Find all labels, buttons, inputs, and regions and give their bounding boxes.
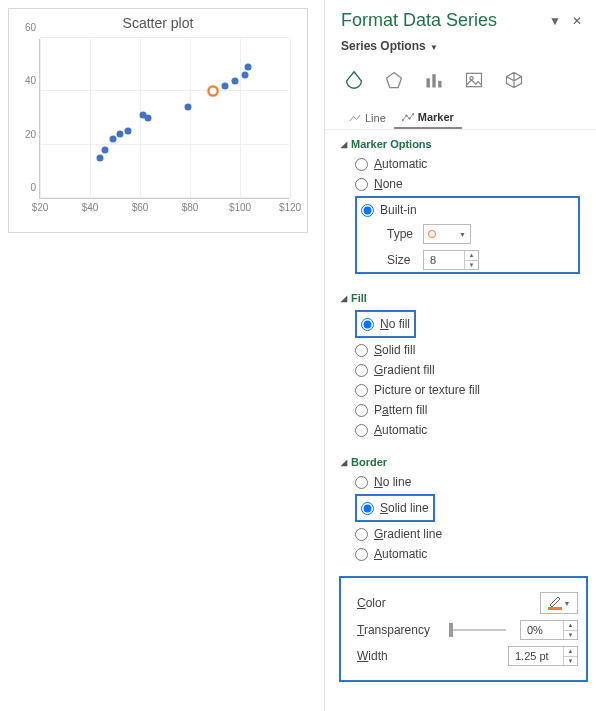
svg-rect-1 [427,78,430,87]
border-header[interactable]: ◢Border [341,456,580,468]
circle-marker-icon [428,230,436,238]
chart-data-point[interactable] [144,115,151,122]
builtin-highlight-box: Built-in Type ▼ Size 8▲▼ [355,196,580,274]
chart-data-point[interactable] [102,147,109,154]
marker-size-spinner[interactable]: 8▲▼ [423,250,479,270]
chart-title: Scatter plot [9,9,307,33]
chart-data-point[interactable] [207,86,218,97]
marker-type-dropdown[interactable]: ▼ [423,224,471,244]
chart-data-point[interactable] [222,83,229,90]
width-spinner[interactable]: 1.25 pt▲▼ [508,646,578,666]
chart-data-point[interactable] [244,64,251,71]
fill-picture-radio[interactable]: Picture or texture fill [355,380,580,400]
format-data-series-panel: Format Data Series ▼ ✕ Series Options ▼ … [324,0,596,711]
series-options-icon[interactable] [421,67,447,93]
svg-rect-3 [438,81,441,88]
marker-automatic-radio[interactable]: Automatic [355,154,580,174]
fill-pattern-radio[interactable]: Pattern fill [355,400,580,420]
chart-data-point[interactable] [109,136,116,143]
pen-icon [548,596,562,610]
svg-marker-0 [387,73,402,88]
chart-data-point[interactable] [97,155,104,162]
fill-gradient-radio[interactable]: Gradient fill [355,360,580,380]
chart-data-point[interactable] [232,77,239,84]
panel-header: Format Data Series ▼ ✕ [325,0,596,37]
chart-plot-area[interactable]: 0204060$20$40$60$80$100$120 [39,39,289,199]
cube-icon[interactable] [501,67,527,93]
transparency-spinner[interactable]: 0%▲▼ [520,620,578,640]
marker-type-label: Type [387,227,423,241]
chart-container[interactable]: Scatter plot 0204060$20$40$60$80$100$120 [8,8,308,233]
svg-rect-2 [432,74,435,87]
marker-builtin-radio[interactable]: Built-in [361,200,574,220]
picture-icon[interactable] [461,67,487,93]
chart-data-point[interactable] [184,104,191,111]
svg-rect-4 [467,73,482,86]
solid-line-highlight-box: Solid line [355,494,435,522]
svg-point-7 [405,114,407,116]
line-properties-highlight-box: Color ▼ Transparency 0%▲▼ Width 1.25 pt▲… [339,576,588,682]
fill-automatic-radio[interactable]: Automatic [355,420,580,440]
format-category-icons [325,61,596,103]
marker-none-radio[interactable]: None [355,174,580,194]
tab-line[interactable]: Line [341,107,394,129]
line-marker-tabs: Line Marker [325,103,596,130]
transparency-label: Transparency [357,623,437,637]
svg-point-8 [408,117,410,119]
series-options-dropdown[interactable]: Series Options ▼ [325,37,596,61]
fill-no-fill-radio[interactable]: No fill [361,314,410,334]
no-fill-highlight-box: No fill [355,310,416,338]
effects-icon[interactable] [381,67,407,93]
width-label: Width [357,649,437,663]
color-label: Color [357,596,437,610]
border-automatic-radio[interactable]: Automatic [355,544,580,564]
fill-line-icon[interactable] [341,67,367,93]
fill-solid-radio[interactable]: Solid fill [355,340,580,360]
panel-title: Format Data Series [341,10,540,31]
chart-data-point[interactable] [242,72,249,79]
marker-size-label: Size [387,253,423,267]
color-picker-button[interactable]: ▼ [540,592,578,614]
marker-options-header[interactable]: ◢Marker Options [341,138,580,150]
panel-dropdown-icon[interactable]: ▼ [548,14,562,28]
border-no-line-radio[interactable]: No line [355,472,580,492]
border-solid-line-radio[interactable]: Solid line [361,498,429,518]
transparency-slider[interactable] [451,629,506,631]
panel-close-icon[interactable]: ✕ [570,14,584,28]
fill-header[interactable]: ◢Fill [341,292,580,304]
chart-data-point[interactable] [117,131,124,138]
tab-marker[interactable]: Marker [394,107,462,129]
border-gradient-radio[interactable]: Gradient line [355,524,580,544]
chart-data-point[interactable] [124,128,131,135]
